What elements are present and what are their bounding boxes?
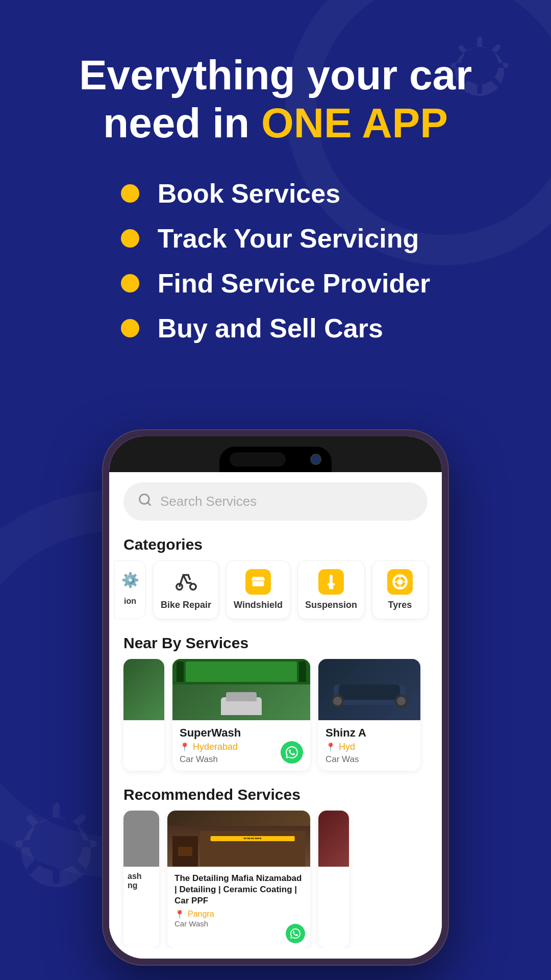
recommended-row: ashng (109, 811, 442, 948)
partial-right-img (318, 811, 349, 867)
search-bar[interactable]: Search Services (123, 482, 428, 521)
phone-status-bar (109, 436, 442, 472)
superwash-image (172, 659, 310, 720)
detailing-type: Car Wash (174, 919, 303, 928)
tyres-icon (387, 569, 413, 595)
feature-item-book: Book Services (121, 178, 431, 209)
svg-rect-6 (329, 585, 334, 589)
categories-row: ⚙️ ion Bike Repair (109, 560, 442, 624)
suspension-label: Suspension (305, 600, 357, 610)
search-container: Search Services (109, 472, 442, 526)
detailing-image: DETAILING MAFIA (167, 811, 310, 867)
recommended-title: Recommended Services (109, 776, 442, 811)
svg-point-8 (397, 579, 403, 584)
superwash-name: SuperWash (180, 726, 303, 740)
rec-card-detailing-mafia[interactable]: DETAILING MAFIA The Detailing Mafia Niza… (167, 811, 310, 948)
suspension-icon (318, 569, 344, 595)
svg-line-1 (147, 502, 150, 505)
nearby-card-superwash[interactable]: SuperWash 📍 Hyderabad Car Wash (172, 659, 310, 771)
bike-repair-icon (173, 569, 199, 595)
feature-item-find: Find Service Provider (121, 268, 431, 299)
bullet-dot (121, 229, 139, 248)
nearby-card-partial (123, 659, 164, 771)
partial-card-img (123, 659, 164, 720)
detailing-name: The Detailing Mafia Nizamabad | Detailin… (174, 873, 303, 906)
detailing-location: 📍 Pangra (174, 910, 303, 919)
location-pin-icon: 📍 (325, 742, 336, 752)
shinz-type: Car Was (325, 754, 413, 765)
windshield-icon (245, 569, 271, 595)
nearby-title: Near By Services (109, 624, 442, 659)
location-pin-icon: 📍 (174, 910, 185, 919)
partial-rec-info: ashng (123, 867, 159, 895)
shinz-location: 📍 Hyd (325, 742, 413, 752)
category-item-partial[interactable]: ⚙️ ion (114, 560, 146, 619)
svg-rect-5 (328, 583, 335, 585)
svg-point-3 (190, 583, 196, 590)
feature-item-track: Track Your Servicing (121, 223, 431, 254)
shinz-info: Shinz A 📍 Hyd Car Was (318, 720, 420, 771)
category-label-partial: ion (124, 597, 136, 606)
svg-rect-4 (330, 574, 333, 584)
category-item-suspension[interactable]: Suspension (297, 560, 365, 619)
notch-pill (219, 447, 332, 472)
rec-card-partial-left: ashng (123, 811, 159, 948)
bullet-dot (121, 274, 139, 292)
dynamic-island (230, 452, 286, 467)
category-item-bike-repair[interactable]: Bike Repair (153, 560, 219, 619)
shinz-image (318, 659, 420, 720)
nearby-card-shinz[interactable]: Shinz A 📍 Hyd Car Was (318, 659, 420, 771)
search-placeholder: Search Services (160, 494, 257, 509)
category-item-tyres[interactable]: Tyres (372, 560, 428, 619)
phone-outer: Search Services Categories ⚙️ ion (102, 429, 449, 966)
watermark-gear-top (418, 10, 541, 133)
partial-rec-img (123, 811, 159, 867)
car-body (221, 697, 262, 715)
bullet-dot (121, 184, 139, 203)
shinz-name: Shinz A (325, 726, 413, 740)
location-pin-icon: 📍 (180, 742, 190, 752)
bike-repair-label: Bike Repair (161, 600, 211, 610)
category-item-windshield[interactable]: Windshield (226, 560, 290, 619)
whatsapp-button-superwash[interactable] (281, 741, 303, 764)
windshield-label: Windshield (234, 600, 283, 610)
partial-rec-name: ashng (128, 872, 155, 890)
phone-screen: Search Services Categories ⚙️ ion (109, 472, 442, 959)
phone-inner: Search Services Categories ⚙️ ion (109, 436, 442, 959)
tyres-label: Tyres (388, 600, 412, 610)
category-icon-partial: ⚙️ (119, 569, 141, 592)
nearby-row: SuperWash 📍 Hyderabad Car Wash (109, 659, 442, 776)
whatsapp-button-detailing[interactable] (286, 924, 305, 943)
rec-card-partial-right (318, 811, 349, 948)
feature-item-buy: Buy and Sell Cars (121, 313, 431, 344)
categories-title: Categories (109, 526, 442, 560)
bullet-dot (121, 319, 139, 337)
feature-list: Book Services Track Your Servicing Find … (121, 178, 431, 358)
front-camera (310, 454, 321, 465)
search-icon (138, 493, 152, 510)
